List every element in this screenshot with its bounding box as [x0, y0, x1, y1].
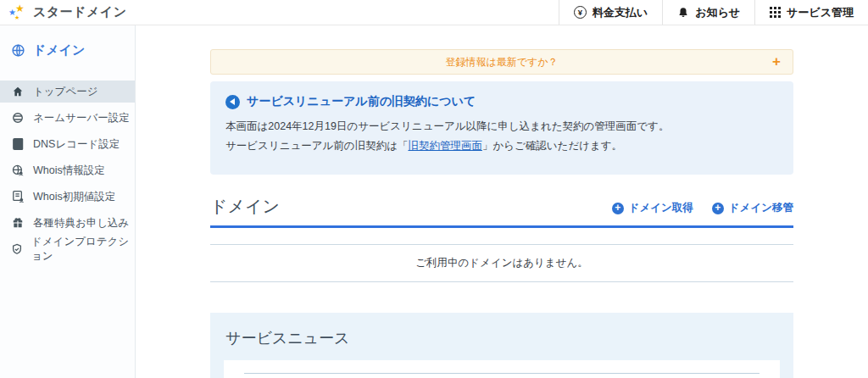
sidebar-item-label: DNSレコード設定: [33, 137, 120, 152]
main-area: 登録情報は最新ですか？ + サービスリニューアル前の旧契約について 本画面は20…: [136, 25, 868, 378]
gift-icon: [11, 217, 25, 229]
app-logo[interactable]: ★★★ スタードメイン: [0, 0, 127, 25]
app-header: ★★★ スタードメイン ¥ 料金支払い お知らせ サービス管理: [0, 0, 868, 25]
notice-body: 本画面は2024年12月19日のサービスリニューアル以降に申し込まれた契約の管理…: [225, 117, 778, 156]
header-nav: ¥ 料金支払い お知らせ サービス管理: [559, 0, 868, 25]
domain-transfer-button[interactable]: + ドメイン移管: [712, 201, 793, 215]
sidebar-item-benefits[interactable]: 各種特典お申し込み: [0, 212, 135, 234]
shield-check-icon: [11, 243, 23, 255]
sidebar-nav: トップページ ネームサーバー設定 DNSレコード設定: [0, 81, 135, 260]
sidebar-item-label: Whois情報設定: [33, 164, 105, 178]
alert-expand-button[interactable]: +: [772, 53, 781, 70]
sidebar-item-whois-defaults[interactable]: Whois初期値設定: [0, 186, 135, 208]
service-management-menu-label: サービス管理: [787, 5, 854, 20]
dns-record-icon: [11, 138, 25, 150]
old-contract-management-link[interactable]: 旧契約管理画面: [408, 140, 482, 152]
sidebar-item-label: Whois初期値設定: [33, 190, 115, 204]
app-logo-text: スタードメイン: [33, 4, 127, 20]
plus-circle-icon: +: [612, 203, 624, 214]
domain-acquire-label: ドメイン取得: [629, 201, 693, 215]
sidebar-section-domain[interactable]: ドメイン: [0, 29, 135, 72]
sidebar-item-label: 各種特典お申し込み: [33, 216, 129, 231]
grid-icon: [770, 7, 781, 18]
nameserver-globe-icon: [11, 112, 25, 124]
service-management-menu-item[interactable]: サービス管理: [754, 0, 868, 25]
service-news-card: 2026/02/02 《2/27まで》「.blog」ドメインが《260円》で取得…: [224, 360, 780, 378]
sidebar-item-nameserver[interactable]: ネームサーバー設定: [0, 107, 135, 129]
yen-circle-icon: ¥: [574, 6, 587, 19]
sidebar-item-whois-info[interactable]: Whois情報設定: [0, 159, 135, 181]
whois-default-icon: [11, 191, 25, 203]
sidebar-item-label: ドメインプロテクション: [31, 235, 135, 264]
domain-acquire-button[interactable]: + ドメイン取得: [612, 201, 693, 215]
notice-body-line2: サービスリニューアル前の旧契約は「旧契約管理画面」からご確認いただけます。: [225, 136, 778, 156]
registration-info-alert-text: 登録情報は最新ですか？: [445, 55, 558, 69]
domain-section-title: ドメイン: [210, 195, 280, 218]
home-icon: [11, 86, 25, 97]
notice-body-line1: 本画面は2024年12月19日のサービスリニューアル以降に申し込まれた契約の管理…: [225, 117, 778, 136]
star-logo-icon: ★★★: [8, 3, 27, 22]
sidebar-section-label: ドメイン: [33, 42, 85, 58]
service-news-title: サービスニュース: [225, 328, 780, 348]
registration-info-alert[interactable]: 登録情報は最新ですか？ +: [210, 49, 793, 75]
globe-icon: [11, 43, 25, 58]
announcement-icon: [225, 95, 240, 109]
domain-transfer-label: ドメイン移管: [729, 201, 793, 215]
service-news-section: サービスニュース 2026/02/02 《2/27まで》「.blog」ドメインが…: [210, 313, 793, 378]
notifications-menu-item[interactable]: お知らせ: [662, 0, 754, 25]
domain-section-header: ドメイン + ドメイン取得 + ドメイン移管: [210, 195, 793, 228]
payment-menu-item[interactable]: ¥ 料金支払い: [559, 0, 662, 25]
notice-title: サービスリニューアル前の旧契約について: [247, 94, 476, 109]
news-list-item[interactable]: 2026/02/02 《2/27まで》「.blog」ドメインが《260円》で取得…: [244, 373, 760, 378]
sidebar-item-dns-records[interactable]: DNSレコード設定: [0, 133, 135, 155]
payment-menu-label: 料金支払い: [593, 5, 648, 20]
sidebar-item-top-page[interactable]: トップページ: [0, 81, 135, 103]
service-renewal-notice: サービスリニューアル前の旧契約について 本画面は2024年12月19日のサービス…: [210, 81, 793, 175]
sidebar: ドメイン トップページ ネームサーバー設定: [0, 25, 136, 378]
domain-empty-message: ご利用中のドメインはありません。: [210, 244, 793, 282]
sidebar-item-label: ネームサーバー設定: [33, 111, 130, 125]
plus-circle-icon: +: [712, 203, 724, 214]
sidebar-item-label: トップページ: [33, 85, 97, 99]
domain-actions: + ドメイン取得 + ドメイン移管: [612, 201, 793, 218]
bell-icon: [677, 7, 689, 19]
sidebar-item-domain-protection[interactable]: ドメインプロテクション: [0, 238, 135, 260]
notifications-menu-label: お知らせ: [695, 5, 740, 20]
whois-info-icon: [11, 164, 25, 176]
